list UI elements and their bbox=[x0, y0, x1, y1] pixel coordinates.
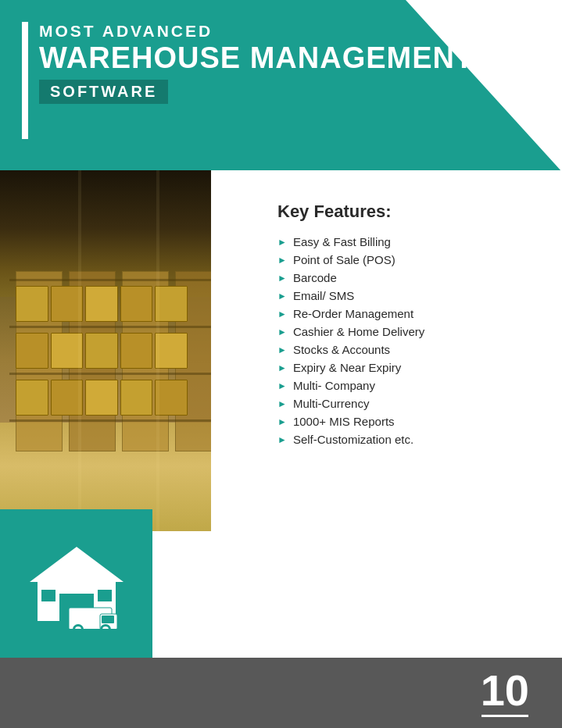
header-badge: SOFTWARE bbox=[39, 80, 168, 104]
bullet-arrow-icon: ► bbox=[277, 398, 287, 409]
svg-marker-0 bbox=[30, 547, 123, 582]
bullet-arrow-icon: ► bbox=[277, 273, 287, 284]
header-text-block: MOST ADVANCED WAREHOUSE MANAGEMENT SOFTW… bbox=[39, 22, 474, 104]
bullet-arrow-icon: ► bbox=[277, 362, 287, 373]
warehouse-icon bbox=[22, 539, 131, 629]
svg-rect-7 bbox=[102, 616, 114, 623]
feature-item-10: ► Multi-Currency bbox=[277, 394, 555, 412]
bullet-arrow-icon: ► bbox=[277, 309, 287, 319]
header-subtitle: MOST ADVANCED bbox=[39, 22, 474, 41]
feature-item-5: ► Re-Order Management bbox=[277, 305, 555, 323]
feature-item-1: ► Easy & Fast Billing bbox=[277, 233, 555, 251]
page-number-container: 10 bbox=[481, 669, 529, 717]
bullet-arrow-icon: ► bbox=[277, 327, 287, 337]
bottom-teal-icon-box bbox=[0, 509, 152, 658]
bullet-arrow-icon: ► bbox=[277, 237, 287, 248]
page-number-underline bbox=[481, 715, 528, 717]
feature-item-2: ► Point of Sale (POS) bbox=[277, 251, 555, 269]
feature-item-4: ► Email/ SMS bbox=[277, 287, 555, 305]
bullet-arrow-icon: ► bbox=[277, 344, 287, 355]
bullet-arrow-icon: ► bbox=[277, 255, 287, 266]
bullet-arrow-icon: ► bbox=[277, 434, 287, 445]
features-list: ► Easy & Fast Billing ► Point of Sale (P… bbox=[277, 233, 555, 448]
bullet-arrow-icon: ► bbox=[277, 291, 287, 302]
page-number: 10 bbox=[481, 669, 529, 712]
features-title: Key Features: bbox=[277, 202, 555, 222]
feature-item-8: ► Expiry & Near Expiry bbox=[277, 359, 555, 376]
bullet-arrow-icon: ► bbox=[277, 416, 287, 427]
svg-rect-3 bbox=[41, 590, 55, 601]
feature-item-9: ► Multi- Company bbox=[277, 376, 555, 394]
feature-item-7: ► Stocks & Accounts bbox=[277, 341, 555, 359]
feature-item-12: ► Self-Customization etc. bbox=[277, 430, 555, 448]
features-section: Key Features: ► Easy & Fast Billing ► Po… bbox=[277, 202, 555, 448]
feature-item-3: ► Barcode bbox=[277, 269, 555, 287]
vertical-accent-bar bbox=[22, 22, 28, 139]
feature-item-6: ► Cashier & Home Delivery bbox=[277, 323, 555, 341]
header-title: WAREHOUSE MANAGEMENT bbox=[39, 42, 474, 75]
footer: 10 bbox=[0, 658, 562, 728]
bullet-arrow-icon: ► bbox=[277, 380, 287, 391]
svg-rect-4 bbox=[98, 590, 112, 601]
feature-item-11: ► 1000+ MIS Reports bbox=[277, 412, 555, 430]
